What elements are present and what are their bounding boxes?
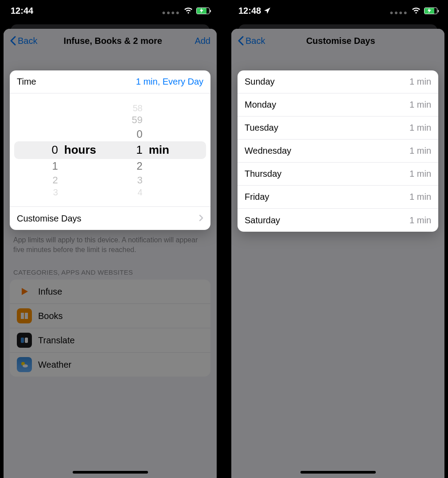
day-name: Wednesday (245, 146, 291, 156)
list-item[interactable]: Translate (10, 328, 210, 353)
hours-column[interactable]: 0 1 2 3 (10, 93, 62, 206)
back-button[interactable]: Back (238, 36, 265, 46)
day-row-monday[interactable]: Monday 1 min (238, 93, 438, 117)
footer-help-text: App limits will apply to this device. A … (4, 230, 217, 260)
cell-signal-icon: ●●●● (162, 9, 180, 16)
weather-app-icon (17, 357, 32, 372)
phone-screenshot-left: 12:44 ●●●● Back Infuse, Books & 2 more A… (0, 0, 220, 478)
list-item[interactable]: Infuse (10, 280, 210, 304)
hours-label-col: hours (62, 93, 94, 206)
day-row-saturday[interactable]: Saturday 1 min (238, 209, 438, 232)
minutes-column[interactable]: 58 59 0 1 2 3 4 (94, 93, 147, 206)
day-name: Saturday (245, 215, 280, 225)
day-value: 1 min (409, 100, 431, 110)
wifi-icon (412, 8, 421, 14)
time-value: 1 min, Every Day (136, 77, 203, 87)
status-time: 12:44 (11, 6, 33, 16)
minutes-selected: 1 (94, 142, 147, 158)
app-name: Translate (38, 335, 75, 346)
time-label: Time (17, 77, 36, 87)
section-header: CATEGORIES, APPS AND WEBSITES (4, 260, 217, 280)
home-indicator[interactable] (300, 471, 376, 474)
settings-sheet: Back Customise Days Sunday 1 min Monday … (231, 29, 444, 478)
time-limit-card: Time 1 min, Every Day 0 1 2 3 hours (10, 70, 210, 230)
app-name: Weather (38, 360, 71, 370)
home-indicator[interactable] (73, 471, 148, 474)
settings-sheet: Back Infuse, Books & 2 more Add Time 1 m… (4, 29, 217, 478)
day-row-sunday[interactable]: Sunday 1 min (238, 70, 438, 93)
app-name: Books (38, 311, 63, 321)
infuse-app-icon (17, 284, 32, 299)
page-title: Customise Days (265, 36, 416, 46)
days-card: Sunday 1 min Monday 1 min Tuesday 1 min … (238, 70, 438, 232)
translate-app-icon (17, 333, 32, 348)
back-label: Back (245, 36, 265, 46)
books-app-icon (17, 308, 32, 323)
day-name: Monday (245, 100, 276, 110)
battery-charging-icon (424, 8, 437, 14)
svg-point-3 (23, 365, 28, 368)
back-button[interactable]: Back (10, 36, 37, 46)
battery-charging-icon (196, 8, 210, 14)
day-value: 1 min (409, 123, 431, 133)
day-row-tuesday[interactable]: Tuesday 1 min (238, 117, 438, 140)
svg-rect-0 (21, 338, 24, 343)
svg-rect-1 (25, 338, 28, 343)
day-name: Friday (245, 192, 269, 202)
phone-screenshot-right: 12:48 ●●●● Back Customise Days (228, 0, 448, 478)
hours-selected: 0 (10, 142, 62, 158)
app-name: Infuse (38, 287, 62, 297)
day-row-wednesday[interactable]: Wednesday 1 min (238, 140, 438, 163)
back-label: Back (18, 36, 37, 46)
day-value: 1 min (409, 77, 431, 87)
day-value: 1 min (409, 215, 431, 225)
minutes-label-col: min (147, 93, 179, 206)
status-bar: 12:44 ●●●● (0, 0, 220, 21)
day-name: Sunday (245, 77, 275, 87)
day-value: 1 min (409, 146, 431, 156)
cell-signal-icon: ●●●● (390, 9, 408, 16)
day-value: 1 min (409, 192, 431, 202)
list-item[interactable]: Books (10, 304, 210, 328)
time-picker[interactable]: 0 1 2 3 hours 58 59 0 1 2 3 (10, 93, 210, 207)
nav-bar: Back Customise Days (231, 29, 444, 53)
nav-bar: Back Infuse, Books & 2 more Add (4, 29, 217, 53)
minutes-unit-label: min (147, 142, 179, 158)
hours-unit-label: hours (62, 142, 94, 158)
day-row-thursday[interactable]: Thursday 1 min (238, 163, 438, 186)
day-name: Tuesday (245, 123, 278, 133)
day-name: Thursday (245, 169, 281, 179)
location-icon (264, 7, 271, 14)
add-button[interactable]: Add (188, 36, 210, 46)
status-bar: 12:48 ●●●● (228, 0, 448, 21)
status-time: 12:48 (238, 6, 261, 16)
day-row-friday[interactable]: Friday 1 min (238, 186, 438, 209)
customise-days-row[interactable]: Customise Days (10, 207, 210, 230)
customise-days-label: Customise Days (17, 214, 82, 224)
wifi-icon (184, 8, 193, 14)
day-value: 1 min (409, 169, 431, 179)
time-row[interactable]: Time 1 min, Every Day (10, 70, 210, 93)
list-item[interactable]: Weather (10, 353, 210, 377)
page-title: Infuse, Books & 2 more (37, 36, 188, 46)
chevron-right-icon (199, 214, 203, 224)
apps-list: Infuse Books Translate Weather (10, 280, 210, 377)
